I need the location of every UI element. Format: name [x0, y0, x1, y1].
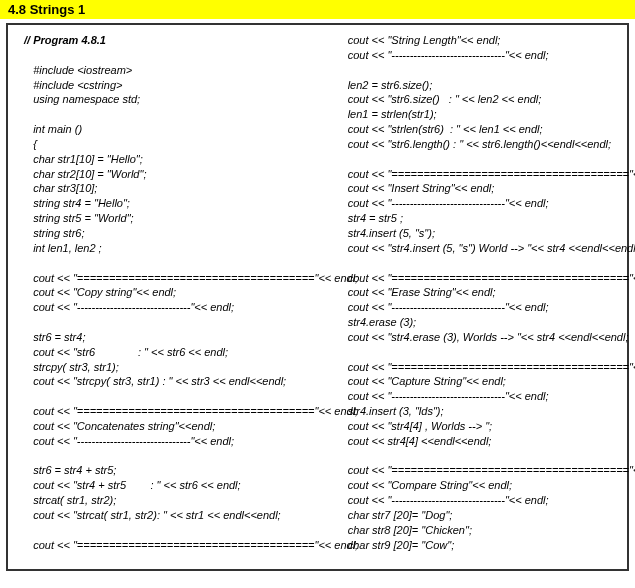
- code-line: cout << "-------------------------------…: [339, 196, 618, 211]
- code-line: str4 = str5 ;: [339, 211, 618, 226]
- code-line: cout << "Concatenates string"<<endl;: [24, 419, 303, 434]
- code-line: cout << "str6.size() : " << len2 << endl…: [339, 92, 618, 107]
- code-line: str6 = str4;: [24, 330, 303, 345]
- code-line: str6 = str4 + str5;: [24, 463, 303, 478]
- blank-line: [24, 523, 303, 538]
- blank-line: [24, 389, 303, 404]
- blank-line: [24, 107, 303, 122]
- blank-line: [24, 449, 303, 464]
- blank-line: [339, 152, 618, 167]
- code-line: cout << "===============================…: [24, 271, 303, 286]
- code-line: string str6;: [24, 226, 303, 241]
- code-line: char str8 [20]= "Chicken";: [339, 523, 618, 538]
- code-line: cout << "strlen(str6) : " << len1 << end…: [339, 122, 618, 137]
- code-line: strcpy( str3, str1);: [24, 360, 303, 375]
- code-line: cout << "Erase String"<< endl;: [339, 285, 618, 300]
- code-line: cout << "Compare String"<< endl;: [339, 478, 618, 493]
- code-line: str4.insert (5, "s");: [339, 226, 618, 241]
- code-line: char str1[10] = "Hello";: [24, 152, 303, 167]
- code-line: cout << "===============================…: [339, 360, 618, 375]
- code-line: cout << "===============================…: [24, 538, 303, 553]
- code-line: string str4 = "Hello";: [24, 196, 303, 211]
- code-line: strcat( str1, str2);: [24, 493, 303, 508]
- code-line: char str2[10] = "World";: [24, 167, 303, 182]
- code-line: char str9 [20]= "Cow";: [339, 538, 618, 553]
- code-line: cout << "-------------------------------…: [339, 48, 618, 63]
- code-line: {: [24, 137, 303, 152]
- code-line: cout << "===============================…: [24, 404, 303, 419]
- code-line: str4.erase (3);: [339, 315, 618, 330]
- code-line: #include <iostream>: [24, 63, 303, 78]
- code-line: cout << "-------------------------------…: [24, 300, 303, 315]
- code-line: cout << "str4[4] , Worlds --> ";: [339, 419, 618, 434]
- blank-line: [339, 63, 618, 78]
- blank-line: [24, 315, 303, 330]
- code-line: cout << "-------------------------------…: [339, 300, 618, 315]
- code-line: cout << "Capture String"<< endl;: [339, 374, 618, 389]
- code-line: char str3[10];: [24, 181, 303, 196]
- code-line: #include <cstring>: [24, 78, 303, 93]
- code-line: cout << "strcat( str1, str2): " << str1 …: [24, 508, 303, 523]
- code-line: cout << "Insert String"<< endl;: [339, 181, 618, 196]
- code-line: cout << "str4.erase (3), Worlds --> "<< …: [339, 330, 618, 345]
- code-line: cout << "-------------------------------…: [339, 389, 618, 404]
- code-line: int len1, len2 ;: [24, 241, 303, 256]
- code-line: cout << "Copy string"<< endl;: [24, 285, 303, 300]
- code-line: str4.insert (3, "lds");: [339, 404, 618, 419]
- program-title: // Program 4.8.1: [24, 33, 303, 48]
- code-line: char str7 [20]= "Dog";: [339, 508, 618, 523]
- code-line: len1 = strlen(str1);: [339, 107, 618, 122]
- section-header-text: 4.8 Strings 1: [8, 2, 85, 17]
- code-line: cout << "===============================…: [339, 271, 618, 286]
- code-line: cout << "===============================…: [339, 463, 618, 478]
- code-line: string str5 = "World";: [24, 211, 303, 226]
- code-line: using namespace std;: [24, 92, 303, 107]
- section-header: 4.8 Strings 1: [0, 0, 635, 19]
- blank-line: [339, 449, 618, 464]
- code-line: cout << "str6.length() : " << str6.lengt…: [339, 137, 618, 152]
- blank-line: [339, 256, 618, 271]
- code-line: len2 = str6.size();: [339, 78, 618, 93]
- code-line: cout << "-------------------------------…: [339, 493, 618, 508]
- blank-line: [339, 345, 618, 360]
- code-line: int main (): [24, 122, 303, 137]
- code-line: cout << "strcpy( str3, str1) : " << str3…: [24, 374, 303, 389]
- code-line: cout << "-------------------------------…: [24, 434, 303, 449]
- code-line: cout << "===============================…: [339, 167, 618, 182]
- code-line: cout << "String Length"<< endl;: [339, 33, 618, 48]
- code-line: cout << str4[4] <<endl<<endl;: [339, 434, 618, 449]
- blank-line: [24, 48, 303, 63]
- code-line: cout << "str6 : " << str6 << endl;: [24, 345, 303, 360]
- code-line: cout << "str4 + str5 : " << str6 << endl…: [24, 478, 303, 493]
- code-listing: // Program 4.8.1 #include <iostream> #in…: [6, 23, 629, 571]
- code-line: cout << "str4.insert (5, "s") World --> …: [339, 241, 618, 256]
- blank-line: [24, 256, 303, 271]
